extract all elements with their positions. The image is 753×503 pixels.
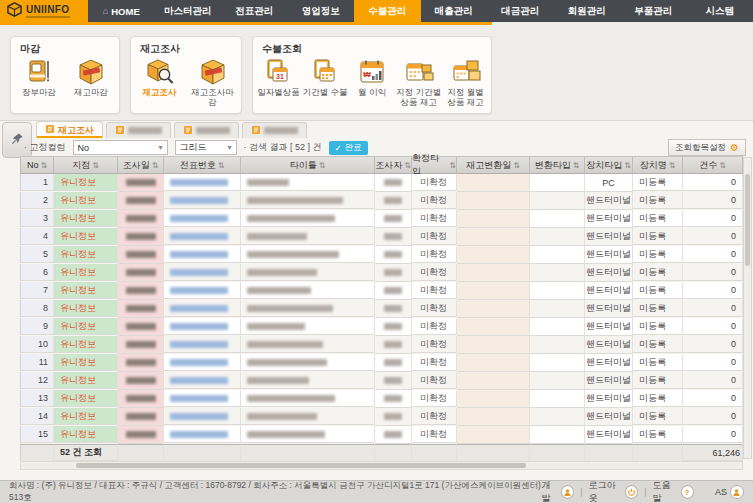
nav-item-label: 부품관리 [634, 5, 672, 18]
table-row[interactable]: 9유니정보미확정핸드터미널미등록0 [20, 318, 743, 336]
column-header-11[interactable]: 건수⇅ [683, 156, 743, 174]
nav-item-3[interactable]: 영업정보 [288, 0, 355, 22]
nav-item-1[interactable]: 마스터관리 [155, 0, 222, 22]
fixed-column-select[interactable]: No ▾ [73, 140, 168, 155]
cell-conversion-date [457, 264, 530, 282]
cell-device-name: 미등록 [633, 336, 683, 353]
column-header-4[interactable]: 타이틀⇅ [241, 156, 375, 174]
cell-slip-number-redacted [170, 323, 228, 330]
column-header-label: 재고변환일 [466, 159, 511, 172]
horizontal-scrollbar[interactable] [20, 461, 743, 470]
ribbon-button-stock-survey-close[interactable]: 재고조사마감 [189, 58, 237, 107]
logout-button[interactable]: 로그아웃 [589, 479, 639, 503]
active-menu-accent [0, 22, 492, 25]
table-row[interactable]: 2유니정보미확정핸드터미널미등록0 [20, 192, 743, 210]
column-header-6[interactable]: 확정타입⇅ [412, 156, 457, 174]
cell-title [241, 354, 375, 371]
column-header-label: 장치명 [640, 159, 667, 172]
horizontal-scrollbar-thumb[interactable] [76, 463, 526, 468]
column-header-5[interactable]: 조사자⇅ [375, 156, 412, 174]
cell-inspector [375, 264, 412, 282]
table-row[interactable]: 3유니정보미확정핸드터미널미등록0 [20, 210, 743, 228]
cell-confirm-type: 미확정 [412, 264, 457, 281]
cell-title-redacted [247, 431, 325, 438]
ribbon-button-period-stock[interactable]: 지정 기간별 상품 재고 [395, 58, 442, 107]
column-header-3[interactable]: 전표번호⇅ [164, 156, 241, 174]
nav-item-2[interactable]: 전표관리 [221, 0, 288, 22]
ribbon-button-daily-product[interactable]: 31일자별상품 [255, 58, 302, 97]
table-row[interactable]: 7유니정보미확정핸드터미널미등록0 [20, 282, 743, 300]
table-row[interactable]: 10유니정보미확정핸드터미널미등록0 [20, 336, 743, 354]
tab-blurred-3[interactable] [242, 122, 307, 138]
nav-item-7[interactable]: 회원관리 [554, 0, 621, 22]
tab-stock-survey[interactable]: 재고조사 [36, 121, 103, 138]
table-row[interactable]: 5유니정보미확정핸드터미널미등록0 [20, 246, 743, 264]
cell-branch: 유니정보 [54, 228, 118, 245]
column-header-10[interactable]: 장치명⇅ [633, 156, 683, 174]
cell-inspector [375, 372, 412, 390]
cell-inspector-redacted [384, 251, 402, 258]
table-row[interactable]: 4유니정보미확정핸드터미널미등록0 [20, 228, 743, 246]
dev-button[interactable]: 개발 [542, 479, 575, 503]
cell-no: 6 [20, 264, 54, 281]
sort-icon: ⇅ [719, 161, 726, 170]
cell-inspector [375, 246, 412, 264]
ribbon-button-monthly-stock[interactable]: 지정 월별 상품 재고 [442, 58, 489, 107]
ribbon-group-2: 수불조회31일자별상품기간별 수불₩월 이익지정 기간별 상품 재고지정 월별 … [252, 36, 492, 114]
table-row[interactable]: 14유니정보미확정핸드터미널미등록0 [20, 408, 743, 426]
cell-device-name: 미등록 [633, 354, 683, 371]
company-info-text: 회사명 : (주) 유니정보 / 대표자 : 주규식 / 고객센터 : 1670… [9, 480, 542, 503]
as-button[interactable]: AS [715, 485, 744, 499]
ribbon-button-stock-survey[interactable]: 재고조사 [136, 58, 184, 97]
ribbon-button-ledger-close[interactable]: 장부마감 [15, 58, 63, 97]
nav-item-4[interactable]: 수불관리 [354, 0, 421, 22]
table-row[interactable]: 1유니정보미확정PC미등록0 [20, 174, 743, 192]
view-settings-button[interactable]: 조회항목설정 ⚙ [668, 139, 746, 156]
table-row[interactable]: 12유니정보미확정핸드터미널미등록0 [20, 372, 743, 390]
column-header-0[interactable]: No⇅ [20, 156, 54, 174]
nav-item-8[interactable]: 부품관리 [620, 0, 687, 22]
nav-item-home[interactable]: ⌂HOME [88, 0, 155, 22]
cell-confirm-type: 미확정 [412, 192, 457, 209]
table-row[interactable]: 8유니정보미확정핸드터미널미등록0 [20, 300, 743, 318]
cell-count: 0 [683, 336, 743, 353]
tab-doc-icon [115, 125, 125, 137]
cell-conversion-type [530, 336, 585, 354]
column-header-9[interactable]: 장치타입⇅ [585, 156, 633, 174]
app-logo[interactable]: UNIINFO [0, 0, 88, 22]
cell-device-name: 미등록 [633, 300, 683, 317]
table-row[interactable]: 6유니정보미확정핸드터미널미등록0 [20, 264, 743, 282]
column-header-1[interactable]: 지점⇅ [54, 156, 118, 174]
view-mode-select[interactable]: 그리드 ▾ [175, 140, 237, 155]
help-button[interactable]: 도움말 ? [652, 479, 693, 503]
cell-inspector [375, 192, 412, 210]
nav-item-5[interactable]: 매출관리 [421, 0, 488, 22]
column-header-2[interactable]: 조사일⇅ [118, 156, 164, 174]
tab-blurred-2[interactable] [174, 122, 239, 138]
cell-conversion-type [530, 192, 585, 210]
nav-item-6[interactable]: 대금관리 [487, 0, 554, 22]
column-header-7[interactable]: 재고변환일⇅ [457, 156, 530, 174]
ribbon-button-label: 월 이익 [358, 87, 386, 97]
summary-count-label: 52 건 조회 [54, 444, 118, 461]
column-header-8[interactable]: 변환타입⇅ [530, 156, 585, 174]
ribbon-button-monthly-profit[interactable]: ₩월 이익 [349, 58, 396, 97]
cell-conversion-date [457, 300, 530, 318]
table-row[interactable]: 15유니정보미확정핸드터미널미등록0 [20, 426, 743, 444]
cell-inspector-redacted [384, 287, 402, 294]
vertical-scrollbar-thumb[interactable] [745, 174, 750, 266]
ribbon-button-stock-close[interactable]: 재고마감 [67, 58, 115, 97]
status-footer: 회사명 : (주) 유니정보 / 대표자 : 주규식 / 고객센터 : 1670… [0, 480, 753, 503]
cell-device-type: 핸드터미널 [585, 336, 633, 354]
tab-blurred-1[interactable] [106, 122, 171, 138]
table-row[interactable]: 13유니정보미확정핸드터미널미등록0 [20, 390, 743, 408]
top-nav: UNIINFO ⌂HOME마스터관리전표관리영업정보수불관리매출관리대금관리회원… [0, 0, 753, 22]
vertical-scrollbar[interactable] [743, 157, 752, 459]
search-done-button[interactable]: ✓ 완료 [329, 141, 368, 155]
stock-survey-icon [145, 58, 175, 86]
ribbon-button-period-flow[interactable]: 기간별 수불 [302, 58, 349, 97]
tab-label: 재고조사 [58, 124, 94, 137]
table-row[interactable]: 11유니정보미확정핸드터미널미등록0 [20, 354, 743, 372]
nav-item-9[interactable]: 시스템 [687, 0, 753, 22]
cell-slip-number-redacted [170, 431, 228, 438]
